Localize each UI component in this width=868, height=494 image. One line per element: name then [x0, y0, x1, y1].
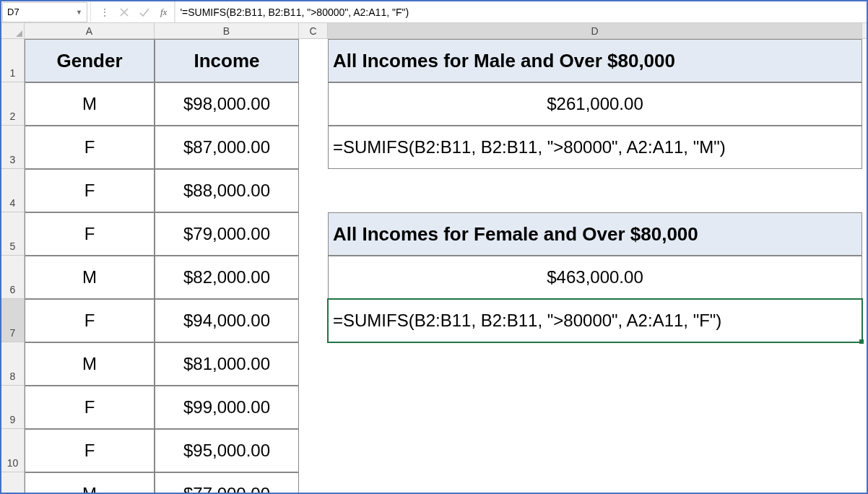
- cell-A7[interactable]: F: [25, 299, 155, 342]
- fill-handle[interactable]: [859, 339, 864, 344]
- row-header-4[interactable]: 4: [1, 169, 25, 212]
- row-header-3[interactable]: 3: [1, 126, 25, 169]
- cell-C6[interactable]: [299, 256, 328, 299]
- row-7: 7 F $94,000.00 =SUMIFS(B2:B11, B2:B11, "…: [1, 299, 867, 342]
- cell-A6[interactable]: M: [25, 256, 155, 299]
- row-8: 8 M $81,000.00: [1, 342, 867, 386]
- row-header-11[interactable]: 11: [1, 472, 25, 493]
- enter-icon[interactable]: [134, 3, 155, 22]
- name-box-dropdown-icon[interactable]: ▼: [76, 9, 82, 16]
- row-header-6[interactable]: 6: [1, 256, 25, 299]
- cell-C7[interactable]: [299, 299, 328, 342]
- column-headers: A B C D: [1, 23, 867, 39]
- row-header-7[interactable]: 7: [1, 299, 25, 342]
- cell-B7[interactable]: $94,000.00: [155, 299, 299, 342]
- row-header-9[interactable]: 9: [1, 386, 25, 429]
- more-icon[interactable]: ⋮: [94, 3, 114, 22]
- cell-D7[interactable]: =SUMIFS(B2:B11, B2:B11, ">80000", A2:A11…: [328, 299, 862, 342]
- cell-B1[interactable]: Income: [155, 39, 299, 82]
- row-6: 6 M $82,000.00 $463,000.00: [1, 256, 867, 299]
- row-header-5[interactable]: 5: [1, 212, 25, 256]
- cell-D6[interactable]: $463,000.00: [328, 256, 862, 299]
- row-4: 4 F $88,000.00: [1, 169, 867, 212]
- cell-C11[interactable]: [299, 472, 328, 493]
- cell-A11[interactable]: M: [25, 472, 155, 493]
- formula-input-wrap: [175, 1, 867, 22]
- formula-bar: D7 ▼ ⋮ fx: [1, 1, 867, 23]
- cell-B2[interactable]: $98,000.00: [155, 82, 299, 126]
- row-1: 1 Gender Income All Incomes for Male and…: [1, 39, 867, 82]
- cell-D5[interactable]: All Incomes for Female and Over $80,000: [328, 212, 862, 256]
- row-header-1[interactable]: 1: [1, 39, 25, 82]
- cell-D10[interactable]: [328, 429, 862, 472]
- cell-B4[interactable]: $88,000.00: [155, 169, 299, 212]
- cell-B3[interactable]: $87,000.00: [155, 126, 299, 169]
- col-header-C[interactable]: C: [299, 23, 328, 38]
- spreadsheet-grid: A B C D 1 Gender Income All Incomes for …: [1, 23, 867, 493]
- select-all-corner[interactable]: [1, 23, 25, 38]
- cell-D2[interactable]: $261,000.00: [328, 82, 862, 126]
- cell-D8[interactable]: [328, 342, 862, 386]
- cell-B8[interactable]: $81,000.00: [155, 342, 299, 386]
- cell-D9[interactable]: [328, 386, 862, 429]
- cell-D11[interactable]: [328, 472, 862, 493]
- cell-D4[interactable]: [328, 169, 862, 212]
- col-header-D[interactable]: D: [328, 23, 862, 38]
- fx-icon[interactable]: fx: [157, 1, 175, 22]
- row-header-2[interactable]: 2: [1, 82, 25, 126]
- cell-A9[interactable]: F: [25, 386, 155, 429]
- cell-B9[interactable]: $99,000.00: [155, 386, 299, 429]
- cell-C8[interactable]: [299, 342, 328, 386]
- formula-bar-buttons: ⋮: [90, 1, 157, 22]
- cell-C4[interactable]: [299, 169, 328, 212]
- cell-A3[interactable]: F: [25, 126, 155, 169]
- formula-input[interactable]: [180, 6, 862, 18]
- cell-A1[interactable]: Gender: [25, 39, 155, 82]
- cell-C1[interactable]: [299, 39, 328, 82]
- cell-A4[interactable]: F: [25, 169, 155, 212]
- row-header-10[interactable]: 10: [1, 429, 25, 472]
- row-2: 2 M $98,000.00 $261,000.00: [1, 82, 867, 126]
- cell-A2[interactable]: M: [25, 82, 155, 126]
- col-header-A[interactable]: A: [25, 23, 155, 38]
- cell-B10[interactable]: $95,000.00: [155, 429, 299, 472]
- row-header-8[interactable]: 8: [1, 342, 25, 386]
- cell-B11[interactable]: $77,000.00: [155, 472, 299, 493]
- cell-C5[interactable]: [299, 212, 328, 256]
- cell-D1[interactable]: All Incomes for Male and Over $80,000: [328, 39, 862, 82]
- cell-B6[interactable]: $82,000.00: [155, 256, 299, 299]
- name-box-value: D7: [7, 6, 19, 17]
- name-box[interactable]: D7 ▼: [2, 2, 87, 22]
- cell-C2[interactable]: [299, 82, 328, 126]
- rows-container: 1 Gender Income All Incomes for Male and…: [1, 39, 867, 493]
- row-5: 5 F $79,000.00 All Incomes for Female an…: [1, 212, 867, 256]
- cell-D3[interactable]: =SUMIFS(B2:B11, B2:B11, ">80000", A2:A11…: [328, 126, 862, 169]
- cell-A10[interactable]: F: [25, 429, 155, 472]
- cell-C9[interactable]: [299, 386, 328, 429]
- cell-A5[interactable]: F: [25, 212, 155, 256]
- cell-B5[interactable]: $79,000.00: [155, 212, 299, 256]
- row-9: 9 F $99,000.00: [1, 386, 867, 429]
- row-3: 3 F $87,000.00 =SUMIFS(B2:B11, B2:B11, "…: [1, 126, 867, 169]
- cell-C10[interactable]: [299, 429, 328, 472]
- row-10: 10 F $95,000.00: [1, 429, 867, 472]
- cancel-icon[interactable]: [114, 3, 134, 22]
- cell-C3[interactable]: [299, 126, 328, 169]
- row-11: 11 M $77,000.00: [1, 472, 867, 493]
- col-header-B[interactable]: B: [155, 23, 299, 38]
- cell-A8[interactable]: M: [25, 342, 155, 386]
